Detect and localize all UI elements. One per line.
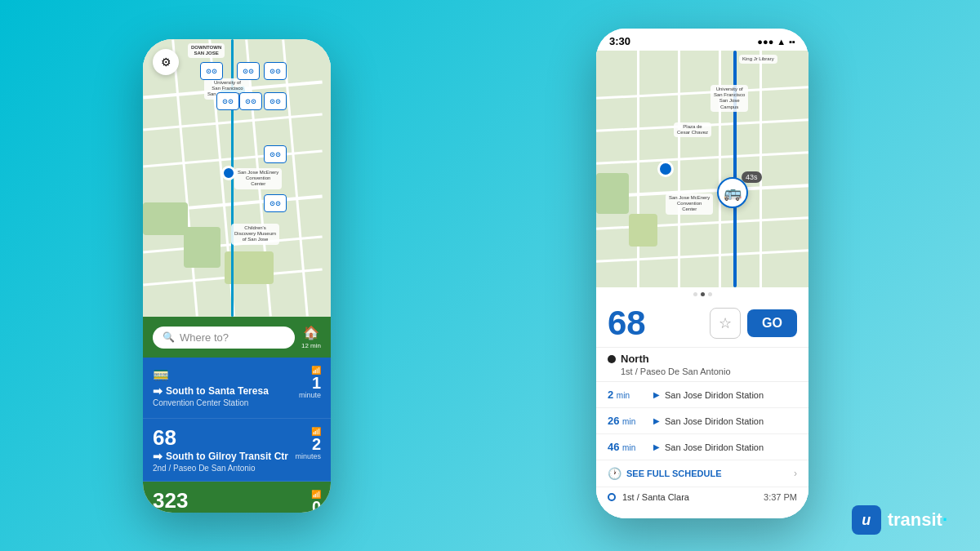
arrival-list: 2 min ▶ San Jose Diridon Station 26 min … xyxy=(596,382,808,518)
card-number-68: 68 xyxy=(153,427,295,448)
arrival-item-1: 2 min ▶ San Jose Diridon Station xyxy=(596,382,808,408)
schedule-text: SEE FULL SCHEDULE xyxy=(626,469,789,478)
page-dot-1 xyxy=(693,292,697,296)
settings-button[interactable]: ⚙ xyxy=(153,49,179,75)
route-direction: North 1st / Paseo De San Antonio xyxy=(596,348,808,382)
bus-badge: 🚌 xyxy=(717,177,748,208)
go-button[interactable]: GO xyxy=(747,309,797,337)
next-stop-row: 1st / Santa Clara 3:37 PM xyxy=(596,487,808,507)
next-stop-name: 1st / Santa Clara xyxy=(622,492,757,502)
card-time-68: 2 xyxy=(312,436,321,452)
search-icon: 🔍 xyxy=(163,331,175,343)
arrival-station-2: San Jose Diridon Station xyxy=(665,416,764,426)
search-bar: 🔍 Where to? 🏠 12 min xyxy=(143,317,331,358)
logo-text: transit· xyxy=(888,509,947,531)
clock-icon: 🕐 xyxy=(608,467,621,480)
bus-icon: 🚌 xyxy=(717,177,748,208)
next-stop-time: 3:37 PM xyxy=(764,492,797,502)
search-input[interactable]: 🔍 Where to? xyxy=(153,327,295,349)
signal-bars-icon: ●●● xyxy=(757,37,773,47)
schedule-link[interactable]: 🕐 SEE FULL SCHEDULE › xyxy=(596,460,808,487)
arrival-time-1: 2 min xyxy=(608,389,648,401)
home-icon: 🏠 xyxy=(303,325,319,340)
arrival-arrow-2: ▶ xyxy=(653,416,660,425)
card-direction-tram: ➡ South to Santa Teresa xyxy=(153,384,299,398)
status-time: 3:30 xyxy=(609,35,630,47)
arrival-time-3: 46 min xyxy=(608,441,648,453)
stop-dot-icon xyxy=(608,493,616,501)
card-right-tram: 📶 1 minute xyxy=(299,366,321,399)
transit-card-tram[interactable]: 🚃 ➡ South to Santa Teresa Convention Cen… xyxy=(143,358,331,419)
card-time-323: 0 xyxy=(312,499,321,513)
tram-icon: 🚃 xyxy=(153,366,169,381)
home-button[interactable]: 🏠 12 min xyxy=(301,325,321,349)
arrival-time-2: 26 min xyxy=(608,415,648,427)
transit-logo: u transit· xyxy=(852,505,947,535)
page-dot-3 xyxy=(708,292,712,296)
status-icons: ●●● ▲ ▪▪ xyxy=(757,37,795,47)
card-unit-tram: minute xyxy=(299,391,321,399)
search-placeholder: Where to? xyxy=(180,331,229,344)
arrival-station-1: San Jose Diridon Station xyxy=(665,390,764,400)
logo-icon: u xyxy=(852,505,881,535)
route-header-right: ☆ GO xyxy=(710,308,797,339)
card-right-323: 📶 0 minutes xyxy=(295,490,321,513)
star-icon: ☆ xyxy=(719,314,732,332)
transit-card-68[interactable]: 68 ➡ South to Gilroy Transit Ctr 2nd / P… xyxy=(143,419,331,482)
transit-card-323[interactable]: 323 ➡ West to De Anza College San Carlos… xyxy=(143,482,331,513)
page-dots xyxy=(596,287,808,298)
arrival-station-3: San Jose Diridon Station xyxy=(665,442,764,452)
logo-icon-letter: u xyxy=(862,512,871,529)
route-number: 68 xyxy=(608,306,646,340)
route-info-panel: 68 ☆ GO North 1st / Paseo De San Antonio xyxy=(596,287,808,518)
arrival-arrow-3: ▶ xyxy=(653,442,660,451)
home-time: 12 min xyxy=(301,342,321,349)
direction-text: North xyxy=(621,353,649,365)
status-bar: 3:30 ●●● ▲ ▪▪ xyxy=(596,29,808,51)
map-area-left: DOWNTOWNSAN JOSE University ofSan Franci… xyxy=(143,39,331,317)
card-left-68: 68 ➡ South to Gilroy Transit Ctr 2nd / P… xyxy=(153,427,295,473)
card-left-tram: 🚃 ➡ South to Santa Teresa Convention Cen… xyxy=(153,366,299,407)
logo-dot: · xyxy=(942,509,947,530)
card-right-68: 📶 2 minutes xyxy=(295,427,321,460)
card-unit-68: minutes xyxy=(295,452,321,460)
arrival-item-2: 26 min ▶ San Jose Diridon Station xyxy=(596,408,808,434)
battery-icon: ▪▪ xyxy=(789,37,795,47)
card-direction-68: ➡ South to Gilroy Transit Ctr xyxy=(153,450,295,463)
direction-stop-name: 1st / Paseo De San Antonio xyxy=(608,367,797,376)
arrival-arrow-1: ▶ xyxy=(653,390,660,399)
phone-left: DOWNTOWNSAN JOSE University ofSan Franci… xyxy=(143,39,331,513)
map-area-right: King Jr Library University ofSan Francis… xyxy=(596,51,808,287)
dot-indicator xyxy=(608,355,616,363)
card-number-323: 323 xyxy=(153,490,295,511)
card-subtitle-68: 2nd / Paseo De San Antonio xyxy=(153,464,295,473)
route-header: 68 ☆ GO xyxy=(596,298,808,348)
schedule-arrow-icon: › xyxy=(794,468,797,479)
card-subtitle-tram: Convention Center Station xyxy=(153,398,299,407)
card-time-tram: 1 xyxy=(312,375,321,391)
page-dot-2 xyxy=(701,292,705,296)
arrival-item-3: 46 min ▶ San Jose Diridon Station xyxy=(596,434,808,460)
favorite-button[interactable]: ☆ xyxy=(710,308,741,339)
phone-right: 3:30 ●●● ▲ ▪▪ xyxy=(596,29,808,518)
wifi-status-icon: ▲ xyxy=(777,37,786,47)
direction-label: North xyxy=(608,353,797,365)
card-left-323: 323 ➡ West to De Anza College San Carlos… xyxy=(153,490,295,513)
